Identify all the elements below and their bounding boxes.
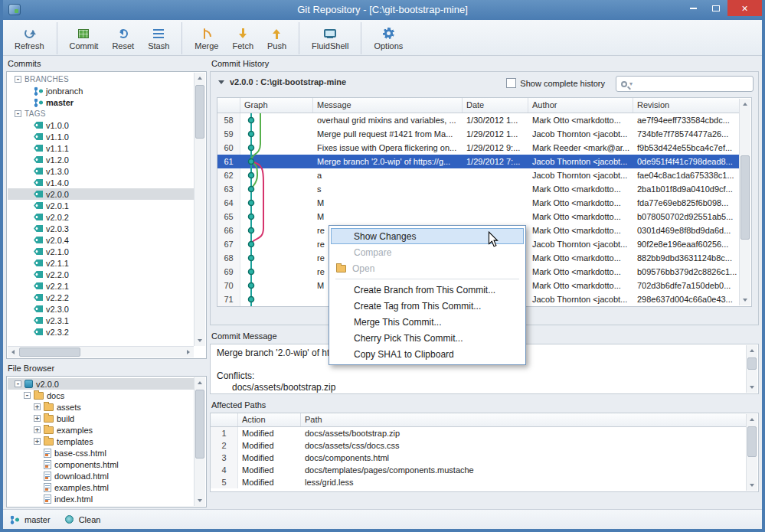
tree-item[interactable]: v2.2.0 xyxy=(8,269,194,280)
scroll-up-icon[interactable] xyxy=(747,345,757,356)
commit-row[interactable]: 59 Merge pull request #1421 from Ma... 1… xyxy=(217,127,740,141)
expander-icon[interactable] xyxy=(24,392,31,399)
tree-item[interactable]: TAGS xyxy=(8,108,194,119)
toolbar-button[interactable]: Commit xyxy=(57,22,106,54)
horizontal-scrollbar[interactable] xyxy=(8,346,194,357)
scroll-up-icon[interactable] xyxy=(195,377,205,388)
commit-row[interactable]: 62 a Jacob Thornton <jacobt... fae04c8ac… xyxy=(217,168,740,182)
scroll-left-icon[interactable] xyxy=(8,347,18,357)
scroll-down-icon[interactable] xyxy=(195,335,205,346)
vertical-scrollbar[interactable] xyxy=(746,345,757,393)
tree-item[interactable]: v1.1.0 xyxy=(8,131,194,142)
scroll-up-icon[interactable] xyxy=(740,99,750,109)
expander-icon[interactable] xyxy=(15,380,21,387)
tree-item[interactable]: v2.0.0 xyxy=(8,378,194,390)
search-input[interactable] xyxy=(635,79,748,90)
tree-item[interactable]: docs xyxy=(8,390,194,401)
toolbar-button[interactable]: Options xyxy=(361,22,410,54)
repo-selector[interactable]: v2.0.0 : C:\git-bootstrap-mine xyxy=(218,77,346,86)
tree-item[interactable]: BRANCHES xyxy=(8,73,194,85)
toolbar-button[interactable]: Stash xyxy=(141,22,176,54)
tree-item[interactable]: v1.2.0 xyxy=(8,154,194,165)
tree-item[interactable]: v2.3.2 xyxy=(8,326,194,338)
scroll-down-icon[interactable] xyxy=(740,295,750,305)
vertical-scrollbar[interactable] xyxy=(194,73,205,346)
tree-item[interactable]: v2.3.0 xyxy=(8,303,194,315)
tree-item[interactable]: v1.0.0 xyxy=(8,119,194,131)
tree-item[interactable]: v2.0.1 xyxy=(8,200,194,211)
tree-item[interactable]: components.html xyxy=(8,459,194,470)
tree-item[interactable]: download.html xyxy=(8,470,194,481)
scroll-thumb[interactable] xyxy=(19,348,80,357)
toolbar-button[interactable]: Push xyxy=(260,22,293,54)
scroll-down-icon[interactable] xyxy=(747,382,757,393)
menu-item[interactable]: Create Branch from This Commit... xyxy=(331,282,524,298)
commit-row[interactable]: 61 Merge branch '2.0-wip' of https://g..… xyxy=(217,155,740,168)
tree-item[interactable]: templates xyxy=(8,436,194,447)
scroll-up-icon[interactable] xyxy=(747,414,757,425)
tree-item[interactable]: examples xyxy=(8,424,194,436)
search-box[interactable]: ▾ xyxy=(616,76,754,92)
column-header[interactable] xyxy=(217,98,240,113)
scroll-thumb[interactable] xyxy=(747,357,757,370)
column-header[interactable]: Author xyxy=(528,98,633,113)
column-header[interactable]: Path xyxy=(301,413,747,426)
maximize-button[interactable] xyxy=(705,0,727,16)
column-header[interactable]: Graph xyxy=(240,98,313,113)
scroll-down-icon[interactable] xyxy=(747,480,757,491)
scroll-down-icon[interactable] xyxy=(195,495,205,506)
menu-item[interactable]: Open xyxy=(331,260,524,276)
affected-path-row[interactable]: 1 Modified docs/assets/bootstrap.zip xyxy=(211,427,747,439)
minimize-button[interactable] xyxy=(682,0,705,16)
expander-icon[interactable] xyxy=(34,415,41,422)
tree-item[interactable]: v2.1.1 xyxy=(8,257,194,269)
toolbar-button[interactable]: Merge xyxy=(181,22,225,54)
tree-item[interactable]: v2.0.0 xyxy=(8,188,194,200)
commit-row[interactable]: 58 overhaul grid mixins and variables, .… xyxy=(217,113,740,127)
column-header[interactable]: Date xyxy=(463,98,528,113)
tree-item[interactable]: v2.0.2 xyxy=(8,211,194,223)
column-header[interactable]: Revision xyxy=(633,98,740,113)
close-button[interactable]: × xyxy=(727,0,762,16)
disclosure-triangle-icon[interactable] xyxy=(218,80,224,84)
menu-item[interactable]: Copy SHA1 to Clipboard xyxy=(331,346,524,362)
tree-item[interactable]: jonbranch xyxy=(8,85,194,96)
affected-path-row[interactable]: 2 Modified docs/assets/css/docs.css xyxy=(211,439,747,452)
toolbar-button[interactable]: FluidShell xyxy=(299,22,355,54)
show-complete-history[interactable]: Show complete history xyxy=(506,78,605,88)
tree-item[interactable]: assets xyxy=(8,401,194,413)
scroll-thumb[interactable] xyxy=(195,85,204,139)
expander-icon[interactable] xyxy=(34,403,41,410)
toolbar-button[interactable]: Fetch xyxy=(226,22,261,54)
tree-item[interactable]: v2.2.2 xyxy=(8,292,194,303)
tree-item[interactable]: base-css.html xyxy=(8,447,194,459)
tree-item[interactable]: v2.2.1 xyxy=(8,280,194,292)
tree-item[interactable]: v2.0.3 xyxy=(8,223,194,234)
vertical-scrollbar[interactable] xyxy=(739,99,750,305)
vertical-scrollbar[interactable] xyxy=(194,377,205,506)
commit-row[interactable]: 65 M Mark Otto <markdotto... b078050702d… xyxy=(217,210,740,224)
vertical-scrollbar[interactable] xyxy=(746,414,757,491)
column-header[interactable] xyxy=(211,413,238,426)
menu-item[interactable]: Cherry Pick This Commit... xyxy=(331,330,524,346)
tree-item[interactable]: v1.3.0 xyxy=(8,165,194,177)
scroll-up-icon[interactable] xyxy=(195,73,205,83)
tree-item[interactable]: index.html xyxy=(8,493,194,504)
menu-item[interactable]: Create Tag from This Commit... xyxy=(331,298,524,314)
affected-path-row[interactable]: 5 Modified less/grid.less xyxy=(211,476,747,488)
scroll-thumb[interactable] xyxy=(747,426,757,457)
tree-item[interactable]: v2.1.0 xyxy=(8,246,194,257)
scroll-thumb[interactable] xyxy=(195,390,204,459)
tree-item[interactable]: examples.html xyxy=(8,481,194,493)
tree-item[interactable]: v1.4.0 xyxy=(8,177,194,188)
affected-path-row[interactable]: 4 Modified docs/templates/pages/componen… xyxy=(211,464,747,476)
commit-row[interactable]: 64 M Mark Otto <markdotto... fda77e69eb8… xyxy=(217,196,740,210)
chevron-down-icon[interactable]: ▾ xyxy=(629,81,633,87)
menu-item[interactable]: Merge This Commit... xyxy=(331,314,524,330)
expander-icon[interactable] xyxy=(15,76,21,83)
scroll-right-icon[interactable] xyxy=(183,347,194,357)
column-header[interactable]: Message xyxy=(313,98,463,113)
scroll-thumb[interactable] xyxy=(740,155,750,240)
affected-path-row[interactable]: 3 Modified docs/components.html xyxy=(211,452,747,464)
toolbar-button[interactable]: Reset xyxy=(105,22,141,54)
